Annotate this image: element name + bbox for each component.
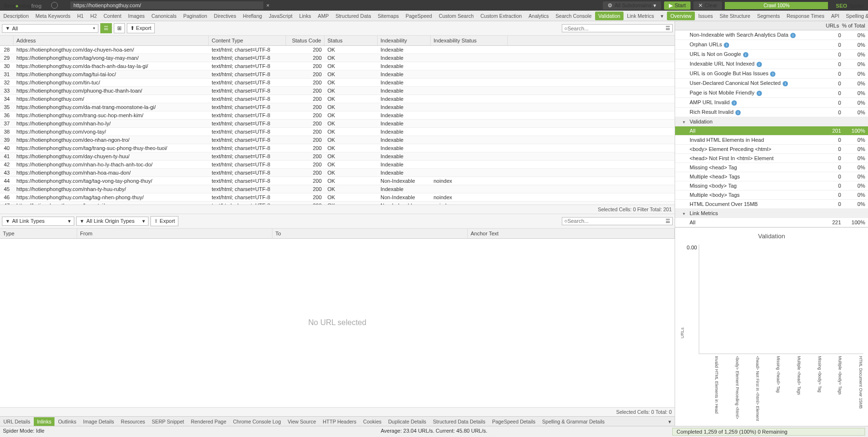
overview-row[interactable]: All201100%: [675, 126, 868, 136]
info-icon[interactable]: i: [770, 71, 775, 77]
link-metrics-header[interactable]: ▾Link Metrics: [675, 209, 868, 218]
overview-row[interactable]: User-Declared Canonical Not Selectedi00%: [675, 79, 868, 88]
overview-row[interactable]: URL is on Google But Has Issuesi00%: [675, 69, 868, 79]
tab-segments[interactable]: Segments: [754, 12, 783, 20]
table-row[interactable]: 40https://hotienphongthuy.com/tag/trang-…: [0, 144, 675, 152]
tab-links[interactable]: Links: [296, 12, 314, 20]
overview-row[interactable]: Multiple <head> Tags00%: [675, 172, 868, 181]
overview-row[interactable]: AMP URL Invalidi00%: [675, 98, 868, 108]
table-row[interactable]: 45https://hotienphongthuy.com/nhan-ty-hu…: [0, 185, 675, 193]
clear-button[interactable]: ✕ Clear: [693, 1, 722, 10]
table-row[interactable]: 44https://hotienphongthuy.com/tag/tag-vo…: [0, 177, 675, 185]
tab-javascript[interactable]: JavaScript: [265, 12, 296, 20]
table-row[interactable]: 46https://hotienphongthuy.com/tag/tag-nh…: [0, 193, 675, 202]
detail-tab-image-details[interactable]: Image Details: [80, 417, 117, 426]
tab-search-console[interactable]: Search Console: [552, 12, 595, 20]
detail-tab-http-headers[interactable]: HTTP Headers: [319, 417, 360, 426]
validation-header[interactable]: ▾Validation: [675, 117, 868, 126]
overview-row[interactable]: Missing <head> Tag00%: [675, 163, 868, 172]
view-tree-icon[interactable]: ⊞: [114, 23, 125, 33]
col-to[interactable]: To: [272, 229, 468, 238]
col-content-type[interactable]: Content Type: [209, 36, 286, 45]
detail-tab-duplicate-details[interactable]: Duplicate Details: [385, 417, 430, 426]
subdomain-dropdown[interactable]: ⚙ All Subdomains ▾: [603, 1, 661, 10]
overview-row[interactable]: HTML Document Over 15MB00%: [675, 200, 868, 209]
tab-overview[interactable]: Overview: [667, 12, 695, 20]
close-icon[interactable]: ×: [266, 2, 269, 8]
overview-row[interactable]: <body> Element Preceding <html>00%: [675, 145, 868, 154]
table-row[interactable]: 39https://hotienphongthuy.com/deo-nhan-n…: [0, 136, 675, 144]
overview-row[interactable]: URL is Not on Googlei00%: [675, 50, 868, 59]
col-from[interactable]: From: [77, 229, 272, 238]
info-icon[interactable]: i: [757, 91, 762, 96]
filter-dropdown[interactable]: ▼All▾: [2, 24, 98, 33]
search-input[interactable]: ○ ☰: [562, 24, 673, 32]
filter-icon[interactable]: ☰: [665, 25, 670, 31]
link-types-dropdown[interactable]: ▼All Link Types▾: [2, 217, 74, 226]
info-icon[interactable]: i: [724, 42, 729, 48]
tab-images[interactable]: Images: [125, 12, 148, 20]
info-icon[interactable]: i: [743, 52, 748, 57]
table-row[interactable]: 42https://hotienphongthuy.com/nhan-ho-ly…: [0, 161, 675, 169]
col-status-code[interactable]: Status Code: [286, 36, 325, 45]
tab-directives[interactable]: Directives: [211, 12, 240, 20]
detail-tab-chrome-console-log[interactable]: Chrome Console Log: [230, 417, 284, 426]
table-row[interactable]: 38https://hotienphongthuy.com/vong-tay/t…: [0, 128, 675, 136]
table-row[interactable]: 31https://hotienphongthuy.com/tag/tui-ta…: [0, 70, 675, 79]
tab-api[interactable]: API: [827, 12, 842, 20]
tab-canonicals[interactable]: Canonicals: [148, 12, 180, 20]
table-row[interactable]: 35https://hotienphongthuy.com/da-mat-tra…: [0, 103, 675, 111]
tab-more-icon[interactable]: ▾: [657, 12, 667, 20]
col-type[interactable]: Type: [0, 229, 77, 238]
tab-spelling-&-gramm[interactable]: Spelling & Gramm: [842, 12, 868, 20]
tab-custom-search[interactable]: Custom Search: [435, 12, 477, 20]
sub-search-input[interactable]: ○ ☰: [562, 217, 673, 225]
tab-more-icon[interactable]: ▾: [665, 417, 675, 426]
table-row[interactable]: 37https://hotienphongthuy.com/nhan-ho-ly…: [0, 120, 675, 128]
detail-tab-view-source[interactable]: View Source: [284, 417, 319, 426]
tab-structured-data[interactable]: Structured Data: [332, 12, 375, 20]
detail-tab-serp-snippet[interactable]: SERP Snippet: [149, 417, 188, 426]
col-anchor[interactable]: Anchor Text: [468, 229, 675, 238]
tab-hreflang[interactable]: Hreflang: [240, 12, 266, 20]
detail-tab-pagespeed-details[interactable]: PageSpeed Details: [488, 417, 539, 426]
tab-site-structure[interactable]: Site Structure: [716, 12, 754, 20]
overview-row[interactable]: Page is Not Mobile Friendlyi00%: [675, 88, 868, 98]
tab-amp[interactable]: AMP: [314, 12, 332, 20]
tab-meta-keywords[interactable]: Meta Keywords: [32, 12, 74, 20]
table-row[interactable]: 43https://hotienphongthuy.com/nhan-hoa-m…: [0, 169, 675, 177]
info-icon[interactable]: i: [732, 100, 737, 106]
col-num[interactable]: [0, 36, 14, 45]
tab-pagespeed[interactable]: PageSpeed: [402, 12, 435, 20]
overview-row[interactable]: Non-Indexable with Search Analytics Data…: [675, 30, 868, 40]
table-row[interactable]: 41https://hotienphongthuy.com/day-chuyen…: [0, 152, 675, 161]
overview-row[interactable]: Missing <body> Tag00%: [675, 181, 868, 191]
info-icon[interactable]: i: [757, 62, 762, 67]
overview-row[interactable]: <head> Not First In <html> Element00%: [675, 154, 868, 163]
sub-export-button[interactable]: ⬆ Export: [150, 216, 178, 226]
table-row[interactable]: 33https://hotienphongthuy.com/phuong-thu…: [0, 87, 675, 95]
tab-response-times[interactable]: Response Times: [783, 12, 827, 20]
overview-row[interactable]: Rich Result Invalidi00%: [675, 108, 868, 117]
overview-row[interactable]: Orphan URLsi00%: [675, 40, 868, 50]
table-row[interactable]: 29https://hotienphongthuy.com/tag/vong-t…: [0, 54, 675, 62]
detail-tab-outlinks[interactable]: Outlinks: [54, 417, 80, 426]
detail-tab-structured-data-details[interactable]: Structured Data Details: [430, 417, 489, 426]
detail-tab-resources[interactable]: Resources: [118, 417, 149, 426]
info-icon[interactable]: i: [735, 110, 741, 115]
tab-h1[interactable]: H1: [74, 12, 87, 20]
detail-tab-spelling-&-grammar-details[interactable]: Spelling & Grammar Details: [539, 417, 608, 426]
start-button[interactable]: ▶ Start: [664, 1, 691, 10]
link-origin-dropdown[interactable]: ▼All Link Origin Types▾: [76, 217, 149, 226]
col-address[interactable]: Address: [14, 36, 209, 45]
col-status[interactable]: Status: [325, 36, 378, 45]
tab-custom-extraction[interactable]: Custom Extraction: [477, 12, 525, 20]
tab-link-metrics[interactable]: Link Metrics: [624, 12, 657, 20]
overview-row[interactable]: Invalid HTML Elements in Head00%: [675, 136, 868, 145]
info-icon[interactable]: i: [783, 81, 788, 86]
table-row[interactable]: 34https://hotienphongthuy.com/text/html;…: [0, 95, 675, 103]
table-row[interactable]: 28https://hotienphongthuy.com/day-chuyen…: [0, 46, 675, 54]
export-button[interactable]: ⬆ Export: [127, 23, 155, 33]
detail-tab-cookies[interactable]: Cookies: [360, 417, 385, 426]
detail-tab-inlinks[interactable]: Inlinks: [34, 417, 55, 426]
